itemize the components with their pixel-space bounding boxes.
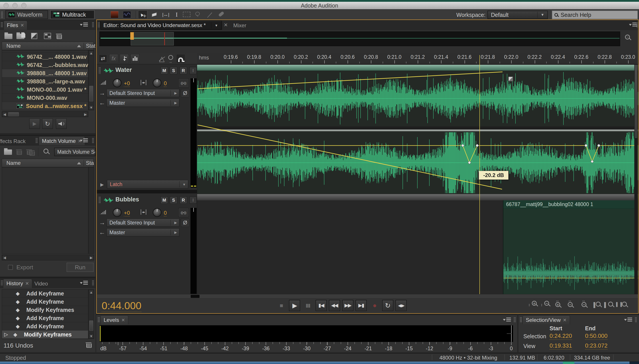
history-vscrollbar[interactable]: ▲ ▼ [88, 289, 94, 339]
overview-zoom-reset-icon[interactable]: − [625, 34, 630, 40]
panel-grip[interactable] [635, 317, 637, 323]
clear-history-icon[interactable] [86, 342, 92, 347]
mute-button-water[interactable]: M [161, 67, 168, 74]
pause-button[interactable]: ▮▮ [302, 300, 313, 311]
panel-menu-icon[interactable] [80, 22, 88, 27]
track-name-bubbles[interactable]: Bubbles [115, 196, 139, 203]
move-tool-button[interactable]: ▲✛ [138, 10, 147, 19]
automation-envelopes[interactable] [197, 64, 638, 294]
column-name[interactable]: Name [7, 43, 21, 49]
panel-grip[interactable] [36, 138, 38, 144]
tab-editor[interactable]: Editor: Sound and Video Underwater.sesx … [100, 21, 222, 30]
close-tab-icon[interactable]: ✕ [21, 23, 24, 28]
monitor-button-bubbles[interactable]: ((•)) [179, 208, 189, 217]
stop-button[interactable]: ■ [276, 300, 287, 311]
timecode-display[interactable]: 0:44.000 [102, 300, 141, 312]
close-tab-icon[interactable]: ✕ [25, 281, 29, 286]
spot-healing-brush-tool-button[interactable] [218, 12, 226, 17]
arm-record-button-water[interactable]: R [180, 67, 187, 74]
volume-knob-bubbles[interactable] [113, 208, 122, 217]
history-row-current[interactable]: ▷ Modify Keyframes [2, 330, 88, 339]
zoom-reset-button[interactable]: ↔− [580, 301, 590, 310]
match-volume-vscrollbar[interactable] [88, 167, 94, 254]
search-help-input[interactable] [561, 12, 635, 18]
match-volume-list[interactable] [2, 167, 88, 254]
run-button[interactable]: Run [67, 263, 94, 272]
input-selector-water[interactable]: Default Stereo Input ▶ [107, 89, 179, 97]
monitor-input-button-bubbles[interactable]: I [190, 196, 197, 204]
files-vscrollbar[interactable]: ▲ ▼ [88, 50, 94, 110]
view-end-value[interactable]: 0:23.072 [585, 342, 607, 350]
file-row-session[interactable]: Sound a...rwater.sesx * [2, 102, 88, 110]
arm-record-button-bubbles[interactable]: R [180, 196, 187, 204]
close-tab-icon[interactable]: ✕ [121, 318, 125, 323]
pan-knob-water[interactable] [153, 78, 162, 88]
effects-button[interactable]: fx [109, 54, 118, 63]
monitor-button-water[interactable]: ((•)) [179, 78, 189, 88]
tracks-vscrollbar[interactable] [634, 65, 638, 294]
output-selector-bubbles[interactable]: Master ▶ [107, 228, 179, 236]
waveform-display-icon[interactable] [123, 11, 131, 18]
tab-effects-rack[interactable]: Effects Rack [0, 136, 29, 146]
new-content-icon[interactable] [31, 33, 37, 39]
tab-selection-view[interactable]: Selection/View✕ [522, 316, 570, 324]
track-name-water[interactable]: Water [115, 66, 132, 74]
phase-button-water[interactable]: Ø [181, 89, 189, 97]
output-selector-water[interactable]: Master ▶ [107, 99, 179, 107]
panel-menu-icon[interactable] [624, 318, 632, 322]
file-row[interactable]: 398808_...-large-a.wav [2, 78, 88, 86]
volume-value-water[interactable]: +0 [124, 80, 130, 87]
timeline-overview[interactable] [100, 32, 620, 46]
preview-loop-button[interactable]: ↻ [42, 119, 53, 129]
tab-video[interactable]: Video [31, 279, 51, 288]
tab-match-volume[interactable]: Match Volume✕ [39, 136, 85, 146]
close-tab-icon[interactable]: ✕ [224, 22, 228, 28]
timer-icon[interactable]: ↔ [167, 54, 174, 64]
track-drag-handle[interactable] [99, 67, 101, 74]
pan-value-water[interactable]: 0 [164, 80, 167, 87]
automation-collapse-icon[interactable]: ▶ [100, 182, 104, 187]
metronome-icon[interactable]: △ [158, 55, 166, 63]
overview-view-region[interactable] [131, 32, 174, 46]
editor-hscrollbar[interactable] [97, 294, 638, 298]
multitrack-view-button[interactable]: Multitrack [50, 10, 95, 19]
match-volume-column-header[interactable]: Name Sta [2, 159, 94, 167]
file-row[interactable]: MONO-000.wav [2, 94, 88, 102]
search-help-box[interactable] [552, 10, 638, 19]
play-button[interactable]: ▶ [289, 300, 300, 311]
open-file-icon[interactable] [5, 34, 13, 39]
solo-button-bubbles[interactable]: S [170, 196, 177, 204]
match-volume-hscrollbar[interactable]: ◀ ▶ [2, 255, 94, 260]
panel-grip[interactable] [514, 317, 516, 323]
panel-menu-icon[interactable] [80, 138, 88, 143]
file-row[interactable]: 96742__... 48000 1.wav [2, 53, 88, 61]
slip-tool-button[interactable]: |↔| [161, 10, 171, 19]
fast-forward-button[interactable]: ▶▶ [342, 300, 353, 311]
routing-button[interactable]: ⇄ [99, 54, 108, 63]
panel-menu-icon[interactable] [503, 318, 511, 322]
tab-levels[interactable]: Levels✕ [100, 316, 128, 324]
loop-playback-button[interactable]: ↻ [382, 300, 393, 311]
rewind-button[interactable]: ◀◀ [329, 300, 340, 311]
workspace-dropdown[interactable]: Default ▼ [487, 11, 548, 19]
delete-icon[interactable] [16, 148, 22, 154]
file-row[interactable]: MONO-00...000 1.wav * [2, 86, 88, 94]
panel-menu-icon[interactable] [80, 280, 88, 286]
razor-tool-button[interactable] [150, 10, 159, 19]
column-name[interactable]: Name [7, 160, 21, 166]
close-tab-icon[interactable]: ✕ [563, 318, 567, 323]
match-volume-settings-button[interactable]: Match Volume Se [54, 148, 96, 156]
pan-value-bubbles[interactable]: 0 [164, 210, 167, 216]
history-row[interactable]: Add Keyframe [2, 314, 88, 322]
monitor-input-button-water[interactable]: I [190, 67, 197, 74]
paintbrush-selection-tool-button[interactable]: ／ [206, 10, 214, 19]
history-row[interactable]: Modify Keyframes [2, 306, 88, 314]
delete-icon[interactable] [56, 33, 62, 38]
tab-mixer[interactable]: Mixer [230, 21, 250, 30]
waveform-view-button[interactable]: Waveform [5, 10, 48, 19]
phase-button-bubbles[interactable]: Ø [181, 219, 189, 227]
pan-knob-bubbles[interactable] [153, 208, 162, 217]
export-checkbox[interactable] [8, 265, 13, 270]
zoom-to-out-point-button[interactable]: ▌ [604, 301, 615, 310]
skip-to-end-button[interactable]: ▶▮ [356, 300, 367, 311]
